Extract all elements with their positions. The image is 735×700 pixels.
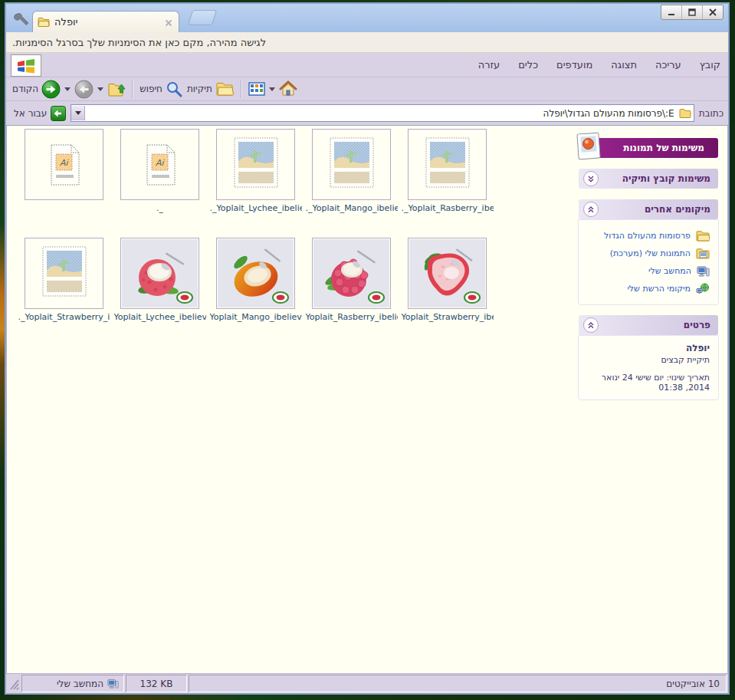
new-tab-button[interactable]	[188, 10, 217, 25]
up-folder-icon	[107, 81, 126, 97]
file-item-hidden-strawberry[interactable]: ._Yoplait_Strawberry_ibeli...	[16, 238, 112, 347]
back-dropdown-icon[interactable]	[64, 87, 71, 91]
maximize-button[interactable]	[681, 5, 702, 19]
desktop-edge-bottom	[0, 695, 735, 700]
picture-tasks-icon	[576, 131, 603, 165]
other-places-panel: מיקומים אחרים פרסומות מהעולם הגדול התמונ…	[579, 199, 718, 304]
standard-toolbar: הקודם חיפוש תיקיות	[6, 77, 728, 101]
address-label: כתובת	[699, 108, 724, 119]
mango-photo-thumbnail	[216, 238, 295, 309]
file-item-strawberry-photo[interactable]: Yoplait_Strawberry_ibelie...	[399, 238, 495, 347]
back-button[interactable]: הקודם	[12, 80, 61, 99]
status-object-count: 10 אובייקטים	[189, 675, 727, 692]
pictures-folder-icon	[696, 248, 710, 259]
menu-bar: קובץ עריכה תצוגה מועדפים כלים עזרה	[6, 53, 728, 77]
menu-edit[interactable]: עריכה	[655, 59, 681, 71]
task-pane-sidebar: משימות של תמונות משימות קובץ ותיקיה מיקו…	[571, 126, 727, 673]
tab-close-icon[interactable]	[163, 17, 174, 28]
forward-dropdown-icon[interactable]	[97, 87, 103, 91]
file-item-ai-2[interactable]: Ai ._	[112, 129, 208, 238]
file-label: ._Yoplait_Rasberry_ibelie...	[402, 203, 494, 213]
expand-chevron-icon[interactable]	[583, 171, 599, 186]
search-button[interactable]: חיפוש	[139, 81, 183, 98]
file-item-hidden-mango[interactable]: ._Yoplait_Mango_ibelievei...	[304, 129, 399, 238]
file-label: ._Yoplait_Lychee_ibelievei...	[210, 203, 302, 213]
views-dropdown-icon[interactable]	[269, 87, 275, 91]
address-dropdown-button[interactable]	[71, 106, 85, 120]
file-folder-tasks-title: משימות קובץ ותיקיה	[622, 173, 710, 184]
details-header[interactable]: פרטים	[579, 315, 718, 335]
go-label: עבור אל	[14, 108, 47, 119]
details-folder-name: יופלה	[587, 343, 710, 353]
minimize-button[interactable]	[661, 5, 681, 19]
menu-file[interactable]: קובץ	[700, 59, 720, 71]
menu-tools[interactable]: כלים	[518, 59, 538, 71]
explorer-window: יופלה לגישה מהירה, מקם כאן את הסימניות ש…	[5, 2, 730, 695]
back-icon	[41, 80, 61, 99]
network-places-icon	[696, 283, 710, 295]
home-button[interactable]	[279, 81, 297, 97]
close-button[interactable]	[702, 5, 723, 19]
folders-button[interactable]: תיקיות	[187, 81, 235, 97]
folders-label: תיקיות	[187, 84, 212, 94]
folder-icon	[38, 17, 50, 27]
main-area: משימות של תמונות משימות קובץ ותיקיה מיקו…	[6, 126, 728, 673]
file-list: Ai Ai ._ ._Yoplait_Lychee_ibelievei...	[7, 126, 571, 673]
menu-favorites[interactable]: מועדפים	[556, 59, 592, 71]
file-label: Yoplait_Rasberry_ibelievei...	[306, 312, 398, 322]
bookmarks-hint-text: לגישה מהירה, מקם כאן את הסימניות שלך בסר…	[6, 37, 266, 48]
tab-strip: יופלה	[6, 4, 728, 32]
place-network[interactable]: מיקומי הרשת שלי	[587, 280, 710, 297]
views-icon	[248, 82, 265, 96]
resize-grip[interactable]	[8, 675, 20, 692]
file-item-hidden-rasberry[interactable]: ._Yoplait_Rasberry_ibelie...	[399, 129, 495, 238]
other-places-body: פרסומות מהעולם הגדול התמונות שלי (מערכת)…	[579, 220, 718, 304]
file-label: ._Yoplait_Mango_ibelievei...	[306, 203, 398, 213]
file-item-rasberry-photo[interactable]: Yoplait_Rasberry_ibelievei...	[304, 238, 399, 347]
file-label: Yoplait_Lychee_ibelievein...	[114, 312, 206, 322]
file-folder-tasks-header[interactable]: משימות קובץ ותיקיה	[579, 169, 718, 189]
windows-logo[interactable]	[11, 54, 41, 77]
forward-button[interactable]	[74, 80, 94, 99]
file-item-hidden-lychee[interactable]: ._Yoplait_Lychee_ibelievei...	[208, 129, 304, 238]
back-label: הקודם	[12, 84, 38, 94]
tab-yoplait[interactable]: יופלה	[32, 11, 179, 32]
place-my-computer[interactable]: המחשב שלי	[587, 262, 710, 280]
strawberry-photo-thumbnail	[408, 238, 487, 309]
address-combo[interactable]: E:\פרסומות מהעולם הגדול\יופלה	[71, 104, 694, 122]
menu-help[interactable]: עזרה	[478, 59, 500, 71]
status-size: 132 KB	[126, 675, 187, 692]
up-button[interactable]	[107, 81, 126, 97]
file-label: Yoplait_Mango_ibelieveina...	[210, 312, 302, 322]
go-button[interactable]: עבור אל	[11, 106, 66, 121]
place-my-pictures[interactable]: התמונות שלי (מערכת)	[587, 245, 710, 262]
collapse-chevron-icon[interactable]	[583, 202, 599, 217]
address-path[interactable]: E:\פרסומות מהעולם הגדול\יופלה	[85, 108, 677, 119]
search-label: חיפוש	[139, 84, 162, 94]
collapse-chevron-icon[interactable]	[583, 317, 599, 333]
ai-file-icon: Ai	[120, 129, 199, 200]
file-item-lychee-photo[interactable]: Yoplait_Lychee_ibelievein...	[112, 238, 208, 347]
image-placeholder-icon	[408, 129, 487, 200]
file-label: ._Yoplait_Strawberry_ibeli...	[18, 312, 110, 322]
folders-icon	[215, 81, 235, 97]
other-places-header[interactable]: מיקומים אחרים	[579, 199, 718, 219]
file-label: ._	[156, 203, 163, 213]
views-button[interactable]	[248, 82, 265, 96]
wrench-icon[interactable]	[12, 11, 31, 29]
place-parent-folder[interactable]: פרסומות מהעולם הגדול	[587, 227, 710, 245]
forward-icon	[74, 80, 94, 99]
file-item-ai-1[interactable]: Ai	[16, 129, 112, 238]
other-places-title: מיקומים אחרים	[645, 204, 710, 215]
status-bar: 10 אובייקטים 132 KB המחשב שלי	[6, 673, 728, 693]
file-item-mango-photo[interactable]: Yoplait_Mango_ibelieveina...	[208, 238, 304, 347]
image-placeholder-icon	[216, 129, 295, 200]
lychee-photo-thumbnail	[120, 238, 199, 309]
search-icon	[166, 81, 183, 98]
address-bar: כתובת E:\פרסומות מהעולם הגדול\יופלה עבור…	[6, 101, 728, 126]
status-zone: המחשב שלי	[21, 675, 124, 692]
my-computer-icon	[107, 679, 119, 689]
menu-view[interactable]: תצוגה	[611, 59, 637, 71]
toolbar-separator	[132, 80, 133, 98]
picture-tasks-title: משימות של תמונות	[623, 143, 710, 153]
